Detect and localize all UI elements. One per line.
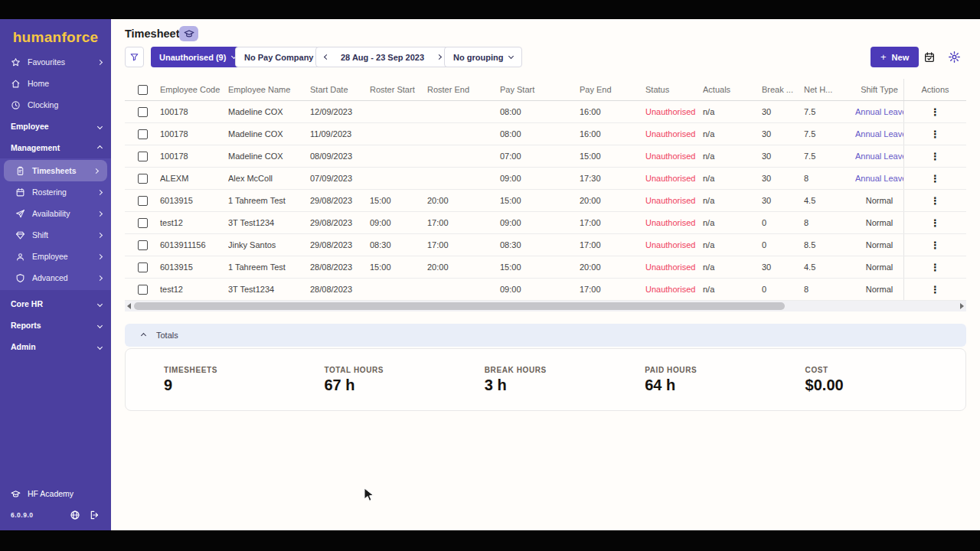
table-row: test123T Test123429/08/202309:0017:0009:…: [125, 212, 966, 234]
table-row: 100178Madeline COX11/09/202308:0016:00Un…: [125, 123, 966, 145]
totals-collapse-bar[interactable]: Totals: [125, 324, 966, 347]
goto-date-button[interactable]: [921, 47, 938, 67]
row-checkbox[interactable]: [138, 218, 148, 228]
column-header[interactable]: Employee Code: [160, 85, 228, 94]
hf-academy-link[interactable]: HF Academy: [0, 483, 111, 504]
globe-icon[interactable]: [70, 510, 80, 520]
column-header[interactable]: Start Date: [310, 85, 370, 94]
column-header[interactable]: Break ...: [754, 85, 796, 94]
row-checkbox[interactable]: [138, 174, 148, 184]
sidebar-item-availability[interactable]: Availability: [0, 203, 111, 224]
row-actions-menu[interactable]: ⋮: [930, 174, 940, 184]
stat-label: TIMESHEETS: [164, 366, 324, 374]
chevron-down-icon: [97, 301, 103, 306]
shield-icon: [15, 273, 25, 283]
settings-button[interactable]: [946, 47, 962, 67]
row-actions-menu[interactable]: ⋮: [930, 285, 940, 295]
sidebar-nav: FavouritesHomeClocking Employee Manageme…: [0, 51, 111, 357]
cell-pay-start: 09:00: [500, 218, 580, 227]
sidebar-item-favourites[interactable]: Favourites: [0, 51, 111, 73]
date-range-display[interactable]: 28 Aug - 23 Sep 2023: [336, 53, 429, 62]
new-button[interactable]: + New: [871, 47, 919, 67]
sidebar-item-employee[interactable]: Employee: [0, 246, 111, 267]
cell-net-hours: 8.5: [796, 240, 855, 249]
column-header[interactable]: Shift Type: [855, 85, 903, 94]
row-actions-menu[interactable]: ⋮: [930, 152, 940, 161]
grouping-dropdown[interactable]: No grouping: [444, 47, 522, 67]
row-actions-menu[interactable]: ⋮: [930, 129, 940, 139]
column-header[interactable]: Pay End: [580, 85, 645, 94]
cell-shift-type: Normal: [855, 196, 903, 205]
app-window: humanforce FavouritesHomeClocking Employ…: [0, 19, 980, 530]
cell-net-hours: 8: [796, 174, 855, 183]
cell-actuals: n/a: [703, 152, 754, 161]
cell-pay-end: 17:00: [580, 240, 645, 249]
sidebar-section-employee[interactable]: Employee: [0, 116, 111, 137]
help-academy-badge[interactable]: [179, 26, 198, 41]
cell-name: 1 Tahreem Test: [228, 196, 310, 205]
cell-start-date: 29/08/2023: [310, 240, 370, 249]
sidebar-section-management[interactable]: Management: [0, 137, 111, 158]
sidebar-section-reports[interactable]: Reports: [0, 315, 111, 336]
sidebar-item-clocking[interactable]: Clocking: [0, 94, 111, 116]
chevron-down-icon: [97, 344, 103, 349]
humanforce-logo[interactable]: humanforce: [0, 19, 111, 46]
page-title: Timesheets: [125, 28, 186, 40]
scroll-left-arrow[interactable]: [127, 303, 131, 309]
status-filter-dropdown[interactable]: Unauthorised (9): [151, 47, 244, 67]
sidebar-item-label: Favourites: [28, 57, 65, 67]
scrollbar-thumb[interactable]: [134, 302, 785, 310]
column-header[interactable]: Employee Name: [228, 85, 310, 94]
cell-pay-end: 20:00: [580, 262, 645, 272]
column-header[interactable]: Actuals: [703, 85, 754, 94]
sidebar-item-label: Rostering: [32, 187, 67, 197]
cell-status: Unauthorised: [645, 174, 703, 183]
cell-start-date: 29/08/2023: [310, 218, 370, 227]
sidebar-item-shift[interactable]: Shift: [0, 224, 111, 246]
column-header[interactable]: Status: [645, 85, 703, 94]
row-checkbox[interactable]: [138, 107, 148, 117]
row-checkbox[interactable]: [138, 240, 148, 250]
sidebar-section-core-hr[interactable]: Core HR: [0, 293, 111, 315]
sidebar-item-advanced[interactable]: Advanced: [0, 267, 111, 289]
column-header[interactable]: Pay Start: [500, 85, 580, 94]
grad-cap-icon: [11, 489, 21, 499]
star-icon: [11, 57, 21, 67]
horizontal-scrollbar[interactable]: [125, 301, 966, 311]
row-actions-menu[interactable]: ⋮: [930, 240, 940, 250]
sidebar-item-home[interactable]: Home: [0, 73, 111, 94]
scroll-right-arrow[interactable]: [960, 303, 964, 309]
select-all-checkbox[interactable]: [138, 85, 148, 95]
sidebar-item-timesheets[interactable]: Timesheets: [4, 160, 107, 181]
cell-pay-start: 09:00: [500, 174, 580, 183]
row-checkbox[interactable]: [138, 129, 148, 139]
grouping-label: No grouping: [453, 53, 503, 62]
cell-pay-start: 07:00: [500, 152, 580, 161]
column-header[interactable]: Roster Start: [370, 85, 427, 94]
chevron-left-icon: [323, 54, 328, 60]
row-checkbox[interactable]: [138, 262, 148, 272]
column-header[interactable]: Actions: [903, 79, 966, 100]
row-actions-menu[interactable]: ⋮: [930, 196, 940, 206]
row-checkbox[interactable]: [138, 285, 148, 295]
row-actions-menu[interactable]: ⋮: [930, 218, 940, 228]
row-actions-menu[interactable]: ⋮: [930, 262, 940, 272]
sidebar-section-admin[interactable]: Admin: [0, 336, 111, 357]
totals-summary-card: TIMESHEETS9TOTAL HOURS67 hBREAK HOURS3 h…: [125, 348, 966, 411]
cell-break-mins: 30: [754, 262, 796, 272]
mouse-cursor: [364, 487, 375, 503]
row-checkbox[interactable]: [138, 152, 148, 161]
cell-shift-type: Normal: [855, 240, 903, 249]
logout-icon[interactable]: [90, 510, 100, 520]
column-header[interactable]: Roster End: [427, 85, 500, 94]
row-checkbox[interactable]: [138, 196, 148, 206]
person-icon: [15, 252, 25, 262]
cell-start-date: 08/09/2023: [310, 152, 370, 161]
chevron-down-icon: [508, 54, 514, 59]
sidebar-item-rostering[interactable]: Rostering: [0, 181, 111, 203]
row-actions-menu[interactable]: ⋮: [930, 107, 940, 117]
chevron-up-icon: [97, 145, 103, 150]
filter-button[interactable]: [125, 47, 144, 67]
date-prev-button[interactable]: [316, 47, 336, 67]
column-header[interactable]: Net H...: [796, 85, 855, 94]
